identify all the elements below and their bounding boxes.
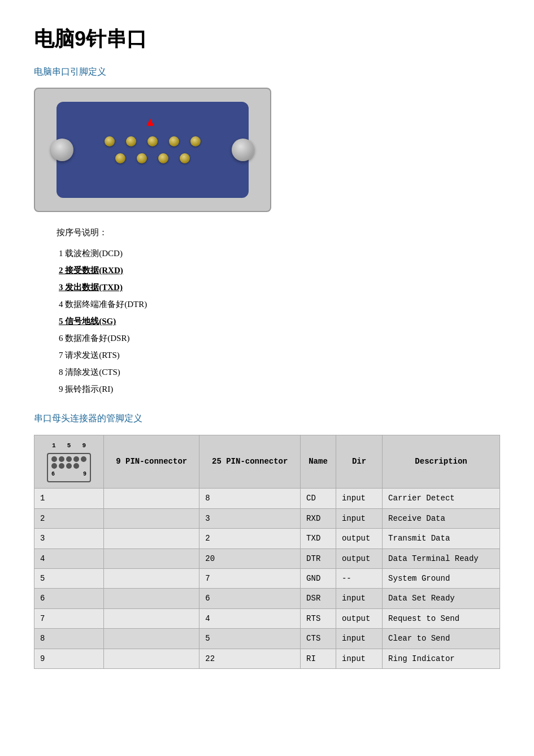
cell-pin25: 2 xyxy=(199,529,301,548)
table-row: 57GND--System Ground xyxy=(34,568,500,588)
cell-pin25: 20 xyxy=(199,548,301,568)
pin-list-title: 按序号说明： xyxy=(57,226,500,239)
cell-dir: -- xyxy=(336,568,382,588)
cell-dir: output xyxy=(336,529,382,548)
cell-name: DSR xyxy=(301,589,336,608)
pin-6 xyxy=(115,153,125,163)
cell-name: RI xyxy=(301,649,336,668)
cell-dir: output xyxy=(336,608,382,628)
cell-dir: input xyxy=(336,629,382,649)
cell-desc: Carrier Detect xyxy=(383,489,500,508)
table-row: 420DTRoutputData Terminal Ready xyxy=(34,548,500,568)
diagram-label-9: 9 xyxy=(82,441,86,451)
cell-pin25: 3 xyxy=(199,508,301,528)
pin-9 xyxy=(180,153,190,163)
th-name: Name xyxy=(301,435,336,489)
page-title: 电脑9针串口 xyxy=(34,23,500,55)
cell-pin9-num: 2 xyxy=(34,508,104,528)
cell-desc: Transmit Data xyxy=(383,529,500,548)
pin-list-section: 按序号说明： 1 载波检测(DCD)2 接受数据(RXD)3 发出数据(TXD)… xyxy=(57,226,500,398)
cell-pin9-num: 6 xyxy=(34,589,104,608)
pin-list-item: 8 清除发送(CTS) xyxy=(57,364,500,381)
diagram-label-5: 5 xyxy=(67,441,71,451)
cell-dir: input xyxy=(336,489,382,508)
table-wrapper: 1 5 9 xyxy=(34,435,500,669)
cell-pin9-num: 5 xyxy=(34,568,104,588)
cell-pin9-empty xyxy=(104,608,199,628)
pin-1 xyxy=(105,136,115,146)
cell-pin9-empty xyxy=(104,489,199,508)
th-9pin: 9 PIN-connector xyxy=(104,435,199,489)
diagram-pins-bottom xyxy=(51,463,86,469)
cell-pin25: 22 xyxy=(199,649,301,668)
cell-name: CD xyxy=(301,489,336,508)
cell-pin9-num: 7 xyxy=(34,608,104,628)
diagram-label-1: 1 xyxy=(52,441,56,451)
cell-dir: input xyxy=(336,508,382,528)
cell-pin25: 6 xyxy=(199,589,301,608)
pin-row-top xyxy=(105,136,201,146)
cell-pin9-empty xyxy=(104,649,199,668)
diagram-label-6: 6 xyxy=(51,470,55,479)
pin-5 xyxy=(190,136,201,146)
table-header-row: 1 5 9 xyxy=(34,435,500,489)
screw-right xyxy=(232,139,254,161)
pin-list: 1 载波检测(DCD)2 接受数据(RXD)3 发出数据(TXD)4 数据终端准… xyxy=(57,245,500,398)
cell-desc: System Ground xyxy=(383,568,500,588)
pin-2 xyxy=(126,136,136,146)
cell-name: RTS xyxy=(301,608,336,628)
cell-pin9-num: 9 xyxy=(34,649,104,668)
pin-list-item: 4 数据终端准备好(DTR) xyxy=(57,296,500,313)
table-row: 922RIinputRing Indicator xyxy=(34,649,500,668)
table-row: 23RXDinputReceive Data xyxy=(34,508,500,528)
connector-diagram: 1 5 9 xyxy=(40,439,98,485)
pin-8 xyxy=(158,153,168,163)
cell-name: CTS xyxy=(301,629,336,649)
section2-link[interactable]: 串口母头连接器的管脚定义 xyxy=(34,411,500,426)
cell-pin9-num: 1 xyxy=(34,489,104,508)
pin-list-item: 3 发出数据(TXD) xyxy=(57,279,500,296)
cell-dir: output xyxy=(336,548,382,568)
cell-dir: input xyxy=(336,649,382,668)
cell-pin9-empty xyxy=(104,508,199,528)
pin-list-item: 1 载波检测(DCD) xyxy=(57,245,500,262)
table-row: 32TXDoutputTransmit Data xyxy=(34,529,500,548)
diagram-pins-top xyxy=(51,456,86,462)
cell-name: GND xyxy=(301,568,336,588)
table-row: 18CDinputCarrier Detect xyxy=(34,489,500,508)
th-desc: Description xyxy=(383,435,500,489)
cell-name: RXD xyxy=(301,508,336,528)
table-row: 66DSRinputData Set Ready xyxy=(34,589,500,608)
cell-pin9-empty xyxy=(104,529,199,548)
pin-list-item: 5 信号地线(SG) xyxy=(57,313,500,330)
cell-desc: Ring Indicator xyxy=(383,649,500,668)
cell-dir: input xyxy=(336,589,382,608)
cell-pin9-num: 8 xyxy=(34,629,104,649)
cell-desc: Receive Data xyxy=(383,508,500,528)
screw-left xyxy=(51,139,73,161)
cell-desc: Data Set Ready xyxy=(383,589,500,608)
diagram-shell: 6 9 xyxy=(47,453,91,482)
cell-pin9-empty xyxy=(104,568,199,588)
cell-name: DTR xyxy=(301,548,336,568)
table-row: 85CTSinputClear to Send xyxy=(34,629,500,649)
cell-pin25: 8 xyxy=(199,489,301,508)
th-diagram: 1 5 9 xyxy=(34,435,104,489)
th-dir: Dir xyxy=(336,435,382,489)
th-25pin: 25 PIN-connector xyxy=(199,435,301,489)
diagram-label-9b: 9 xyxy=(83,470,86,479)
pin-4 xyxy=(169,136,179,146)
cell-desc: Request to Send xyxy=(383,608,500,628)
pin-list-item: 2 接受数据(RXD) xyxy=(57,262,500,279)
subtitle-link[interactable]: 电脑串口引脚定义 xyxy=(34,64,500,79)
pin-table: 1 5 9 xyxy=(34,435,500,669)
cell-pin9-empty xyxy=(104,548,199,568)
cell-pin25: 4 xyxy=(199,608,301,628)
cell-pin9-empty xyxy=(104,589,199,608)
connector-body: ▼ xyxy=(57,102,249,198)
pin1-arrow: ▼ xyxy=(144,113,157,133)
pin-list-item: 6 数据准备好(DSR) xyxy=(57,330,500,347)
pin-list-item: 7 请求发送(RTS) xyxy=(57,347,500,364)
cell-desc: Data Terminal Ready xyxy=(383,548,500,568)
cell-name: TXD xyxy=(301,529,336,548)
